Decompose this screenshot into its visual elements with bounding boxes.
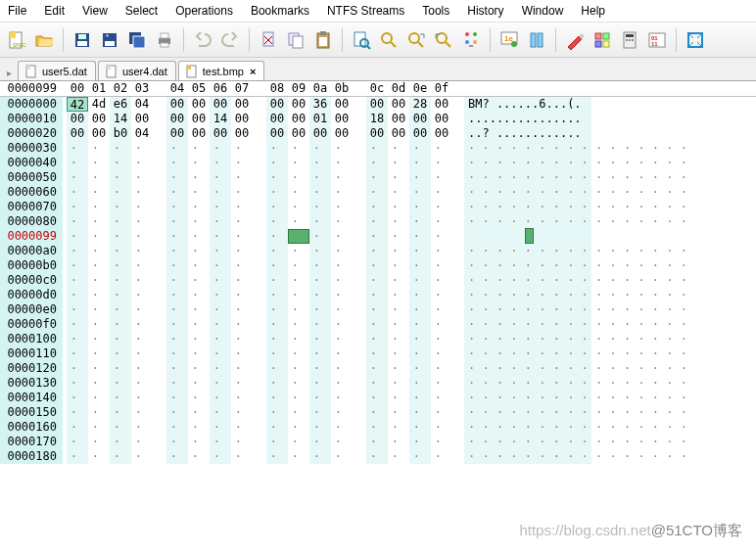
hex-byte[interactable]: ·	[210, 332, 231, 346]
hex-byte[interactable]: 00	[188, 112, 210, 126]
hex-byte[interactable]: ·	[88, 185, 110, 200]
hex-byte[interactable]: ·	[110, 170, 131, 185]
hex-byte[interactable]: ·	[166, 185, 188, 200]
hex-byte[interactable]: ·	[366, 391, 388, 405]
hex-byte[interactable]: ·	[210, 141, 231, 156]
binary-view-button[interactable]: 0111	[644, 27, 670, 53]
hex-byte[interactable]: 00	[331, 97, 353, 112]
hex-byte[interactable]: ·	[110, 141, 131, 156]
hex-row[interactable]: 0000110· · · · · · · · · · · · · · · · ·…	[0, 346, 756, 361]
search-next-button[interactable]	[403, 27, 429, 53]
hex-byte[interactable]: ·	[188, 229, 210, 244]
hex-byte[interactable]: 00	[210, 126, 231, 141]
hex-bytes[interactable]: · · · · · · · · · · · · · · · ·	[63, 258, 452, 273]
hex-byte[interactable]: ·	[231, 200, 253, 214]
hex-byte[interactable]: ·	[166, 435, 188, 449]
hex-byte[interactable]: ·	[288, 302, 309, 317]
hex-byte[interactable]: ·	[110, 346, 131, 361]
hex-byte[interactable]: 00	[388, 126, 409, 141]
hex-bytes[interactable]: · · · · · · · · · · · · · · · ·	[63, 273, 452, 288]
hex-byte[interactable]: ·	[210, 420, 231, 435]
hex-byte[interactable]: 01	[309, 112, 331, 126]
hex-byte[interactable]: ·	[188, 170, 210, 185]
hex-byte[interactable]: ·	[166, 258, 188, 273]
hex-byte[interactable]: ·	[88, 361, 110, 376]
hex-byte[interactable]: 00	[166, 97, 188, 112]
goto-button[interactable]: 1e	[496, 27, 522, 53]
calculator-button[interactable]	[617, 27, 642, 53]
replace-button[interactable]	[458, 27, 484, 53]
hex-byte[interactable]: ·	[409, 346, 431, 361]
ascii-cell[interactable]: · · · · · · · · · · · · · · · ·	[464, 391, 591, 405]
hex-row[interactable]: 00000a0· · · · · · · · · · · · · · · · ·…	[0, 244, 756, 258]
hex-byte[interactable]: ·	[88, 346, 110, 361]
hex-bytes[interactable]: · · · · · · · · · · · · · · · ·	[63, 141, 452, 156]
hex-byte[interactable]: ·	[309, 141, 331, 156]
hex-byte[interactable]: ·	[309, 185, 331, 200]
hex-byte[interactable]: 00	[231, 112, 253, 126]
hex-byte[interactable]: ·	[67, 332, 88, 346]
hex-row[interactable]: 0000000424de604000000000000360000002800B…	[0, 97, 756, 112]
hex-byte[interactable]: ·	[309, 170, 331, 185]
hex-byte[interactable]: ·	[288, 214, 309, 229]
hex-byte[interactable]: ·	[388, 170, 409, 185]
menu-item-select[interactable]: Select	[125, 4, 158, 18]
hex-byte[interactable]: 00	[331, 126, 353, 141]
hex-byte[interactable]: 00	[166, 126, 188, 141]
cut-button[interactable]	[256, 27, 281, 53]
tab-test-bmp[interactable]: test.bmp×	[178, 61, 265, 80]
hex-byte[interactable]: ·	[266, 258, 288, 273]
hex-byte[interactable]: ·	[131, 170, 153, 185]
hex-byte[interactable]: ·	[266, 302, 288, 317]
hex-byte[interactable]: ·	[110, 420, 131, 435]
hex-byte[interactable]: 00	[188, 97, 210, 112]
hex-byte[interactable]: ·	[166, 302, 188, 317]
ascii-cell[interactable]: · · · · · · · · · · · · · · · ·	[464, 435, 591, 449]
hex-byte[interactable]: ·	[288, 391, 309, 405]
hex-byte[interactable]: ·	[231, 156, 253, 170]
ascii-cell[interactable]: · · · · · · · · · · · · · · · ·	[464, 346, 591, 361]
hex-byte[interactable]: ·	[188, 258, 210, 273]
hex-byte[interactable]: ·	[431, 229, 452, 244]
hex-byte[interactable]: ·	[366, 435, 388, 449]
find-button[interactable]	[349, 27, 374, 53]
hex-byte[interactable]: ·	[288, 200, 309, 214]
hex-byte[interactable]: ·	[67, 288, 88, 302]
hex-byte[interactable]: ·	[388, 317, 409, 332]
hex-byte[interactable]: ·	[88, 317, 110, 332]
hex-byte[interactable]: ·	[309, 244, 331, 258]
hex-byte[interactable]: ·	[131, 288, 153, 302]
hex-bytes[interactable]: · · · · · · · · · · · · · · · ·	[63, 302, 452, 317]
fullscreen-button[interactable]	[683, 27, 708, 53]
ascii-cell[interactable]: · · · · · · · · · · · · · · · ·	[464, 273, 591, 288]
hex-byte[interactable]: ·	[266, 361, 288, 376]
ascii-cell[interactable]: ..? ............	[464, 126, 591, 141]
hex-row[interactable]: 00000e0· · · · · · · · · · · · · · · · ·…	[0, 302, 756, 317]
menu-item-ntfs-streams[interactable]: NTFS Streams	[327, 4, 404, 18]
hex-byte[interactable]: ·	[266, 229, 288, 244]
hex-byte[interactable]: ·	[366, 288, 388, 302]
hex-byte[interactable]: ·	[88, 435, 110, 449]
hex-byte[interactable]: ·	[409, 391, 431, 405]
hex-byte[interactable]: ·	[331, 317, 353, 332]
hex-byte[interactable]: ·	[288, 332, 309, 346]
hex-bytes[interactable]: · · · · · · · · · · · · · · · ·	[63, 346, 452, 361]
hex-byte[interactable]: ·	[309, 361, 331, 376]
hex-byte[interactable]: ·	[366, 361, 388, 376]
hex-byte[interactable]: ·	[166, 214, 188, 229]
menu-item-help[interactable]: Help	[581, 4, 605, 18]
hex-byte[interactable]: ·	[409, 420, 431, 435]
hex-byte[interactable]: ·	[388, 229, 409, 244]
hex-byte[interactable]: ·	[266, 332, 288, 346]
ascii-cell[interactable]: · · · · · · · · · · · · · · · ·	[464, 288, 591, 302]
hex-byte[interactable]: ·	[288, 346, 309, 361]
hex-byte[interactable]: ·	[188, 302, 210, 317]
hex-byte[interactable]: ·	[166, 229, 188, 244]
hex-byte[interactable]: ·	[431, 170, 452, 185]
hex-row[interactable]: 0000050· · · · · · · · · · · · · · · · ·…	[0, 170, 756, 185]
hex-byte[interactable]: ·	[210, 405, 231, 420]
hex-byte[interactable]: 00	[266, 97, 288, 112]
hex-byte[interactable]: ·	[231, 273, 253, 288]
hex-bytes[interactable]: · · · · · · · · · · · · · · · ·	[63, 156, 452, 170]
hex-byte[interactable]: ·	[231, 258, 253, 273]
